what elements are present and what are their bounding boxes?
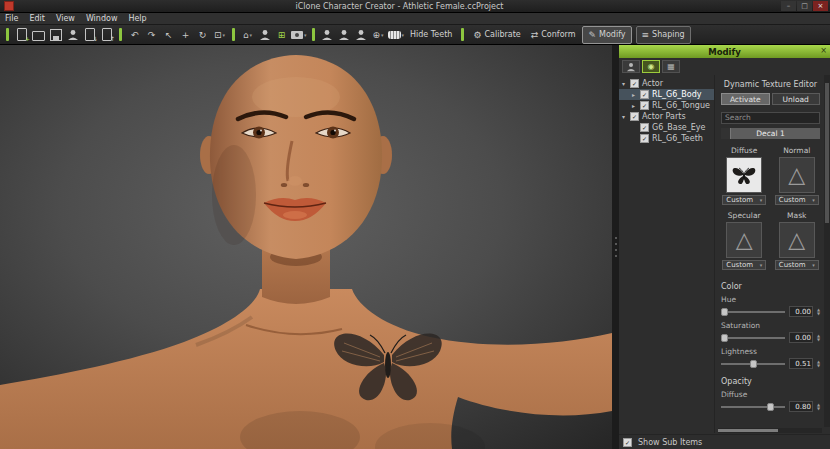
person-icon — [338, 29, 350, 41]
character-male-button[interactable] — [319, 27, 336, 43]
shaping-button[interactable]: ≡Shaping — [636, 26, 691, 44]
character-neutral-button[interactable] — [353, 27, 370, 43]
spinner-arrows[interactable]: ▲▼ — [817, 308, 820, 316]
checkbox[interactable]: ✓ — [630, 112, 639, 121]
calibrate-button[interactable]: ⚙Calibrate — [468, 27, 525, 43]
editor-vertical-scrollbar[interactable] — [824, 75, 830, 427]
normal-custom-dropdown[interactable]: Custom▾ — [775, 195, 819, 205]
slider-thumb[interactable] — [767, 403, 774, 411]
checkbox[interactable]: ✓ — [640, 134, 649, 143]
specular-custom-dropdown[interactable]: Custom▾ — [722, 260, 766, 270]
mask-custom-dropdown[interactable]: Custom▾ — [775, 260, 819, 270]
titlebar: iClone Character Creator - Athletic Fema… — [0, 0, 830, 13]
opacity-diffuse-slider[interactable] — [721, 402, 785, 411]
scrollbar-thumb[interactable] — [718, 429, 778, 432]
undo-button[interactable]: ↶ — [126, 27, 143, 43]
load-character-button[interactable] — [64, 27, 81, 43]
maximize-button[interactable]: □ — [797, 1, 812, 11]
hide-teeth-button[interactable]: ▾ — [387, 27, 406, 43]
tree-item-body[interactable]: ▸ ✓ RL_G6_Body — [619, 89, 714, 100]
modify-panel-header: Modify × — [619, 45, 830, 58]
menu-file[interactable]: File — [5, 14, 18, 23]
opacity-diffuse-value[interactable]: 0.80 — [789, 401, 813, 412]
arrow-up-badge-icon: ↑ — [110, 36, 115, 42]
close-button[interactable]: × — [813, 1, 828, 11]
tree-item-eye[interactable]: ✓ G6_Base_Eye — [619, 122, 714, 133]
menu-window[interactable]: Window — [86, 14, 118, 23]
saturation-slider[interactable] — [721, 333, 785, 342]
scrollbar-thumb[interactable] — [825, 83, 829, 223]
rotate-tool-button[interactable]: ↻ — [194, 27, 211, 43]
camera-button[interactable]: ▾ — [290, 27, 308, 43]
spinner-arrows[interactable]: ▲▼ — [817, 403, 820, 411]
checkbox[interactable]: ✓ — [640, 90, 649, 99]
saturation-value[interactable]: 0.00 — [789, 332, 813, 343]
camera-icon — [291, 31, 303, 39]
texture-grid-button[interactable]: ⊞ — [273, 27, 290, 43]
scale-tool-button[interactable]: ⊡▾ — [211, 27, 228, 43]
menu-edit[interactable]: Edit — [29, 14, 45, 23]
save-project-button[interactable] — [47, 27, 64, 43]
home-view-button[interactable]: ⌂▾ — [239, 27, 256, 43]
diffuse-texture-thumbnail[interactable] — [726, 157, 762, 193]
open-project-button[interactable] — [30, 27, 47, 43]
hue-value[interactable]: 0.00 — [789, 306, 813, 317]
slider-thumb[interactable] — [721, 334, 728, 342]
tab-texture[interactable]: ◉ — [642, 60, 660, 73]
menu-help[interactable]: Help — [128, 14, 146, 23]
move-icon: + — [182, 30, 190, 40]
show-sub-items-checkbox[interactable]: ✓ — [623, 438, 632, 447]
panel-splitter[interactable] — [612, 45, 619, 449]
checkbox[interactable]: ✓ — [640, 101, 649, 110]
person-icon — [321, 29, 333, 41]
lightness-slider[interactable] — [721, 359, 785, 368]
spinner-arrows[interactable]: ▲▼ — [817, 360, 820, 368]
new-project-button[interactable]: + — [13, 27, 30, 43]
tab-avatar[interactable] — [622, 60, 640, 73]
export-button[interactable]: ↑ — [98, 27, 115, 43]
slider-thumb[interactable] — [750, 360, 757, 368]
specular-texture-thumbnail[interactable]: △ — [726, 222, 762, 258]
hue-slider[interactable] — [721, 307, 785, 316]
tree-item-actor-parts[interactable]: ▾ ✓ Actor Parts — [619, 111, 714, 122]
search-input[interactable] — [721, 112, 820, 124]
panel-close-icon[interactable]: × — [820, 46, 827, 55]
select-tool-button[interactable]: ↖ — [160, 27, 177, 43]
menubar: File Edit View Window Help — [0, 13, 830, 25]
avatar-mode-button[interactable] — [256, 27, 273, 43]
editor-horizontal-scrollbar[interactable] — [718, 428, 822, 433]
redo-button[interactable]: ↷ — [143, 27, 160, 43]
unload-button[interactable]: Unload — [772, 93, 821, 105]
tree-item-actor[interactable]: ▾ ✓ Actor — [619, 78, 714, 89]
normal-texture-thumbnail[interactable]: △ — [779, 157, 815, 193]
decal-collapse-button[interactable] — [721, 128, 731, 139]
conform-button[interactable]: ⇄Conform — [526, 27, 581, 43]
character-female-button[interactable] — [336, 27, 353, 43]
menu-view[interactable]: View — [56, 14, 75, 23]
minimize-button[interactable]: – — [781, 1, 796, 11]
morph-sphere-button[interactable]: ⊕▾ — [370, 27, 387, 43]
expand-open-icon[interactable]: ▾ — [622, 113, 630, 120]
viewport-3d[interactable] — [0, 45, 612, 449]
tree-item-label: RL_G6_Body — [652, 90, 702, 99]
checkbox[interactable]: ✓ — [630, 79, 639, 88]
decal-header[interactable]: Decal 1 — [721, 128, 820, 139]
tree-item-tongue[interactable]: ▸ ✓ RL_G6_Tongue — [619, 100, 714, 111]
move-tool-button[interactable]: + — [177, 27, 194, 43]
saturation-slider-row: 0.00 ▲▼ — [721, 332, 820, 343]
import-button[interactable]: ↓ — [81, 27, 98, 43]
tree-item-teeth[interactable]: ✓ RL_G6_Teeth — [619, 133, 714, 144]
expand-open-icon[interactable]: ▾ — [622, 80, 630, 87]
spinner-arrows[interactable]: ▲▼ — [817, 334, 820, 342]
tab-material[interactable]: ▦ — [662, 60, 680, 73]
checkbox[interactable]: ✓ — [640, 123, 649, 132]
diffuse-custom-dropdown[interactable]: Custom▾ — [722, 195, 766, 205]
expand-closed-icon[interactable]: ▸ — [632, 91, 640, 98]
modify-button[interactable]: ✎Modify — [582, 26, 631, 44]
lightness-value[interactable]: 0.51 — [789, 358, 813, 369]
slider-thumb[interactable] — [721, 308, 728, 316]
show-sub-items-label: Show Sub Items — [638, 438, 702, 447]
activate-button[interactable]: Activate — [721, 93, 770, 105]
expand-closed-icon[interactable]: ▸ — [632, 102, 640, 109]
mask-texture-thumbnail[interactable]: △ — [779, 222, 815, 258]
